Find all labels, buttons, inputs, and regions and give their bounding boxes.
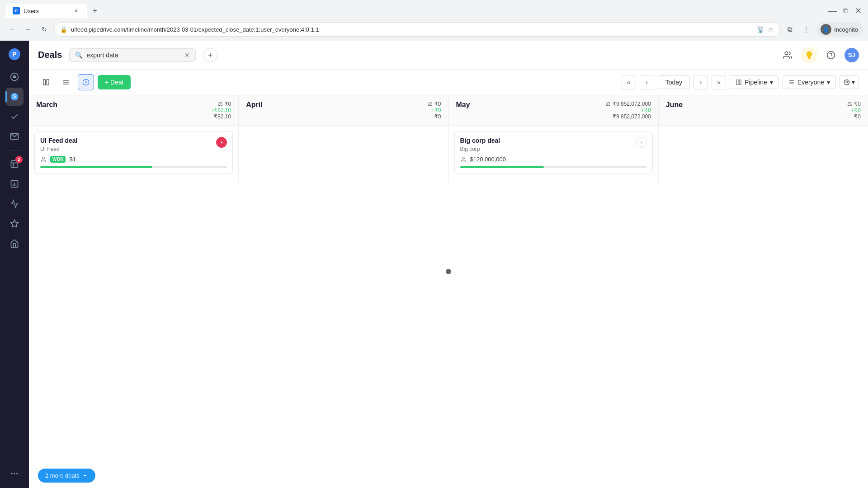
deal-progress-fill-big-corp [460,166,544,168]
sidebar-item-tasks[interactable] [5,108,24,126]
last-page-button[interactable]: » [712,75,726,89]
refresh-button[interactable]: ↻ [38,23,51,36]
sidebar-item-deals[interactable]: $ [5,88,24,106]
month-stats-june: ⚖ ₹0 +₹0 ₹0 [847,101,861,120]
deal-value-ui-feed: $1 [69,156,75,163]
svg-point-37 [42,157,45,159]
extensions-button[interactable]: ⧉ [783,23,796,36]
month-col-april: April ⚖ ₹0 +₹0 ₹0 [239,95,448,183]
june-plus: +₹0 [851,107,861,113]
list-view-button[interactable] [58,74,74,90]
month-header-june: June ⚖ ₹0 +₹0 ₹0 [659,95,868,126]
deal-card-ui-feed[interactable]: UI Feed deal UI Feed [34,131,233,174]
sidebar-item-reports[interactable] [5,175,24,193]
sidebar-item-activity[interactable] [5,68,24,86]
month-body-march: UI Feed deal UI Feed [29,126,238,183]
view-settings-button[interactable]: ▾ [840,75,859,89]
close-button[interactable]: ✕ [855,8,861,14]
svg-rect-25 [43,80,46,85]
april-balance: ₹0 [434,101,441,107]
pipeline-dropdown[interactable]: Pipeline ▾ [730,75,779,89]
new-tab-button[interactable]: + [89,5,101,17]
contacts-icon-button[interactable] [779,47,796,63]
timeline-area: March ⚖ ₹0 +₹82.10 ₹82.10 [29,95,868,463]
sidebar: P $ [0,41,29,488]
more-deals-label: 2 more deals [45,472,79,479]
balance-icon-march: ⚖ [218,101,223,107]
search-input[interactable] [86,52,181,59]
svg-point-20 [785,52,788,55]
add-button[interactable] [203,48,217,62]
lightbulb-icon-button[interactable] [801,47,817,63]
page-title: Deals [38,50,62,60]
everyone-dropdown[interactable]: Everyone ▾ [783,75,836,89]
more-deals-button[interactable]: 2 more deals [38,469,95,483]
back-button[interactable]: ← [5,23,18,36]
month-name-april: April [246,101,262,109]
first-page-button[interactable]: « [622,75,636,89]
sidebar-item-products[interactable] [5,215,24,233]
may-plus: +₹0 [641,107,651,113]
sidebar-item-marketplace[interactable] [5,235,24,253]
svg-rect-26 [47,80,49,85]
sidebar-item-more[interactable] [5,465,24,483]
tab-close-button[interactable]: ✕ [72,7,80,14]
tab-favicon: P [13,7,20,14]
sidebar-item-leads[interactable]: 2 [5,155,24,173]
address-bar[interactable]: 🔒 uifeed.pipedrive.com/timeline/month/20… [54,22,780,37]
deal-org-big-corp: Big corp [460,146,500,152]
cast-icon: 📡 [757,26,764,33]
sidebar-item-insights[interactable] [5,195,24,213]
kanban-view-button[interactable] [38,74,54,90]
month-header-may: May ⚖ ₹9,852,072,000 +₹0 ₹9,852,072,000 [449,95,658,126]
deal-card-big-corp[interactable]: Big corp deal Big corp [454,131,653,174]
prev-page-button[interactable]: ‹ [640,75,654,89]
bookmark-icon[interactable]: ☆ [768,26,774,33]
help-icon-button[interactable] [823,47,839,63]
search-clear-button[interactable]: ✕ [184,52,190,59]
browser-tab[interactable]: P Users ✕ [5,4,87,18]
svg-rect-32 [739,80,741,85]
user-avatar[interactable]: SJ [844,48,859,62]
url-text: uifeed.pipedrive.com/timeline/month/2023… [71,26,753,33]
deal-action-ui-feed[interactable] [216,137,227,148]
incognito-avatar: 👤 [821,24,831,35]
search-icon: 🔍 [75,52,83,59]
month-header-march: March ⚖ ₹0 +₹82.10 ₹82.10 [29,95,238,126]
timeline-view-button[interactable] [78,74,94,90]
month-name-march: March [36,101,57,109]
search-bar[interactable]: 🔍 ✕ [69,48,196,62]
svg-point-36 [846,81,848,83]
sidebar-item-mail[interactable] [5,127,24,145]
incognito-button[interactable]: 👤 Incognito [816,22,863,37]
today-button[interactable]: Today [658,75,690,89]
deal-action-big-corp[interactable] [636,137,647,148]
svg-point-15 [11,473,13,474]
incognito-label: Incognito [834,26,858,33]
month-stats-march: ⚖ ₹0 +₹82.10 ₹82.10 [211,101,231,120]
balance-icon-april: ⚖ [428,101,433,107]
maximize-button[interactable]: ⧉ [843,8,848,14]
add-deal-label: + Deal [105,79,123,86]
next-page-button[interactable]: › [693,75,708,89]
svg-point-38 [462,157,464,159]
forward-button[interactable]: → [22,23,34,36]
browser-settings-button[interactable]: ⋮ [800,23,812,36]
everyone-label: Everyone [797,79,824,86]
deal-title-ui-feed: UI Feed deal [40,137,77,144]
svg-rect-31 [736,80,738,85]
app-logo[interactable]: P [6,46,23,62]
won-badge-ui-feed: WON [50,156,66,163]
balance-icon-june: ⚖ [847,101,852,107]
june-balance: ₹0 [854,101,861,107]
deal-progress-fill-ui-feed [40,166,152,168]
svg-text:P: P [12,51,16,58]
tab-label: Users [24,8,39,14]
june-net: ₹0 [854,113,861,120]
minimize-button[interactable]: — [830,8,835,14]
pipeline-label: Pipeline [745,79,767,86]
add-deal-button[interactable]: + Deal [98,75,131,89]
month-name-june: June [666,101,683,109]
month-body-may: Big corp deal Big corp [449,126,658,183]
everyone-chevron-icon: ▾ [827,79,830,86]
